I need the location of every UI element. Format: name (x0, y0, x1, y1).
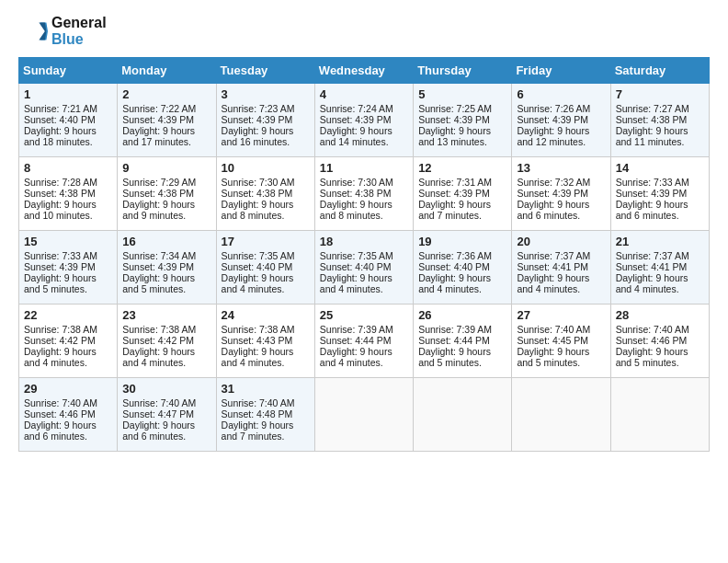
daylight-text: Daylight: 9 hours and 17 minutes. (122, 125, 210, 147)
daylight-text: Daylight: 9 hours and 8 minutes. (222, 199, 310, 221)
daylight-text: Daylight: 9 hours and 6 minutes. (616, 199, 704, 221)
sunrise-text: Sunrise: 7:32 AM (517, 177, 605, 188)
calendar-cell (512, 378, 610, 452)
daylight-text: Daylight: 9 hours and 4 minutes. (222, 346, 310, 368)
calendar-cell: 15Sunrise: 7:33 AMSunset: 4:39 PMDayligh… (19, 231, 118, 304)
daylight-text: Daylight: 9 hours and 12 minutes. (517, 125, 605, 147)
daylight-text: Daylight: 9 hours and 4 minutes. (320, 346, 408, 368)
calendar-cell: 9Sunrise: 7:29 AMSunset: 4:38 PMDaylight… (118, 157, 216, 231)
calendar-cell: 17Sunrise: 7:35 AMSunset: 4:40 PMDayligh… (216, 231, 314, 304)
calendar-cell: 30Sunrise: 7:40 AMSunset: 4:47 PMDayligh… (118, 378, 216, 452)
sunrise-text: Sunrise: 7:38 AM (222, 324, 310, 335)
sunset-text: Sunset: 4:39 PM (122, 114, 210, 125)
calendar-cell: 3Sunrise: 7:23 AMSunset: 4:39 PMDaylight… (216, 84, 314, 157)
calendar-cell: 22Sunrise: 7:38 AMSunset: 4:42 PMDayligh… (19, 304, 118, 378)
sunset-text: Sunset: 4:46 PM (616, 335, 704, 346)
sunrise-text: Sunrise: 7:25 AM (418, 103, 506, 114)
calendar-cell: 21Sunrise: 7:37 AMSunset: 4:41 PMDayligh… (610, 231, 709, 304)
sunrise-text: Sunrise: 7:22 AM (122, 103, 210, 114)
logo: General Blue (18, 15, 107, 48)
sunset-text: Sunset: 4:38 PM (616, 114, 704, 125)
sunrise-text: Sunrise: 7:21 AM (24, 103, 112, 114)
day-number: 9 (122, 161, 210, 175)
calendar-cell: 12Sunrise: 7:31 AMSunset: 4:39 PMDayligh… (414, 157, 512, 231)
day-number: 23 (122, 308, 210, 322)
daylight-text: Daylight: 9 hours and 9 minutes. (122, 199, 210, 221)
calendar-cell: 25Sunrise: 7:39 AMSunset: 4:44 PMDayligh… (314, 304, 413, 378)
sunset-text: Sunset: 4:39 PM (517, 188, 605, 199)
sunrise-text: Sunrise: 7:30 AM (320, 177, 408, 188)
day-number: 17 (222, 235, 310, 248)
sunset-text: Sunset: 4:41 PM (616, 261, 704, 272)
daylight-text: Daylight: 9 hours and 5 minutes. (24, 272, 112, 294)
sunrise-text: Sunrise: 7:29 AM (122, 177, 210, 188)
sunrise-text: Sunrise: 7:33 AM (24, 250, 112, 261)
column-header-wednesday: Wednesday (314, 58, 413, 84)
calendar-cell: 5Sunrise: 7:25 AMSunset: 4:39 PMDaylight… (414, 84, 512, 157)
daylight-text: Daylight: 9 hours and 4 minutes. (418, 272, 506, 294)
sunrise-text: Sunrise: 7:40 AM (24, 397, 112, 408)
calendar-cell: 31Sunrise: 7:40 AMSunset: 4:48 PMDayligh… (216, 378, 314, 452)
daylight-text: Daylight: 9 hours and 6 minutes. (122, 419, 210, 442)
calendar-cell: 11Sunrise: 7:30 AMSunset: 4:38 PMDayligh… (314, 157, 413, 231)
day-number: 21 (616, 235, 704, 248)
sunset-text: Sunset: 4:44 PM (320, 335, 408, 346)
sunrise-text: Sunrise: 7:26 AM (517, 103, 605, 114)
calendar-cell: 7Sunrise: 7:27 AMSunset: 4:38 PMDaylight… (610, 84, 709, 157)
sunset-text: Sunset: 4:38 PM (24, 188, 112, 199)
sunset-text: Sunset: 4:43 PM (222, 335, 310, 346)
sunrise-text: Sunrise: 7:38 AM (122, 324, 210, 335)
sunrise-text: Sunrise: 7:28 AM (24, 177, 112, 188)
daylight-text: Daylight: 9 hours and 4 minutes. (517, 272, 605, 294)
calendar-week-row: 15Sunrise: 7:33 AMSunset: 4:39 PMDayligh… (19, 231, 710, 304)
sunrise-text: Sunrise: 7:38 AM (24, 324, 112, 335)
sunrise-text: Sunrise: 7:37 AM (517, 250, 605, 261)
daylight-text: Daylight: 9 hours and 18 minutes. (24, 125, 112, 147)
day-number: 20 (517, 235, 605, 248)
day-number: 24 (222, 308, 310, 322)
calendar-week-row: 29Sunrise: 7:40 AMSunset: 4:46 PMDayligh… (19, 378, 710, 452)
day-number: 19 (418, 235, 506, 248)
sunset-text: Sunset: 4:39 PM (320, 114, 408, 125)
sunrise-text: Sunrise: 7:36 AM (418, 250, 506, 261)
daylight-text: Daylight: 9 hours and 10 minutes. (24, 199, 112, 221)
calendar-cell: 18Sunrise: 7:35 AMSunset: 4:40 PMDayligh… (314, 231, 413, 304)
sunset-text: Sunset: 4:38 PM (222, 188, 310, 199)
sunset-text: Sunset: 4:45 PM (517, 335, 605, 346)
calendar-cell: 26Sunrise: 7:39 AMSunset: 4:44 PMDayligh… (414, 304, 512, 378)
day-number: 14 (616, 161, 704, 175)
daylight-text: Daylight: 9 hours and 5 minutes. (517, 346, 605, 368)
day-number: 11 (320, 161, 408, 175)
calendar-cell: 6Sunrise: 7:26 AMSunset: 4:39 PMDaylight… (512, 84, 610, 157)
calendar-week-row: 22Sunrise: 7:38 AMSunset: 4:42 PMDayligh… (19, 304, 710, 378)
sunset-text: Sunset: 4:39 PM (24, 261, 112, 272)
calendar-cell: 10Sunrise: 7:30 AMSunset: 4:38 PMDayligh… (216, 157, 314, 231)
sunset-text: Sunset: 4:44 PM (418, 335, 506, 346)
sunrise-text: Sunrise: 7:24 AM (320, 103, 408, 114)
sunrise-text: Sunrise: 7:34 AM (122, 250, 210, 261)
daylight-text: Daylight: 9 hours and 11 minutes. (616, 125, 704, 147)
sunrise-text: Sunrise: 7:39 AM (418, 324, 506, 335)
day-number: 4 (320, 87, 408, 101)
day-number: 30 (122, 382, 210, 396)
day-number: 15 (24, 235, 112, 248)
calendar-cell: 8Sunrise: 7:28 AMSunset: 4:38 PMDaylight… (19, 157, 118, 231)
column-header-tuesday: Tuesday (216, 58, 314, 84)
day-number: 7 (616, 87, 704, 101)
daylight-text: Daylight: 9 hours and 4 minutes. (616, 272, 704, 294)
daylight-text: Daylight: 9 hours and 13 minutes. (418, 125, 506, 147)
day-number: 27 (517, 308, 605, 322)
column-header-thursday: Thursday (414, 58, 512, 84)
calendar-cell: 4Sunrise: 7:24 AMSunset: 4:39 PMDaylight… (314, 84, 413, 157)
calendar-table: SundayMondayTuesdayWednesdayThursdayFrid… (18, 57, 710, 452)
column-header-friday: Friday (512, 58, 610, 84)
calendar-cell: 16Sunrise: 7:34 AMSunset: 4:39 PMDayligh… (118, 231, 216, 304)
sunset-text: Sunset: 4:39 PM (222, 114, 310, 125)
sunset-text: Sunset: 4:38 PM (320, 188, 408, 199)
sunrise-text: Sunrise: 7:37 AM (616, 250, 704, 261)
sunset-text: Sunset: 4:39 PM (418, 114, 506, 125)
sunset-text: Sunset: 4:38 PM (122, 188, 210, 199)
day-number: 8 (24, 161, 112, 175)
calendar-cell: 24Sunrise: 7:38 AMSunset: 4:43 PMDayligh… (216, 304, 314, 378)
day-number: 26 (418, 308, 506, 322)
